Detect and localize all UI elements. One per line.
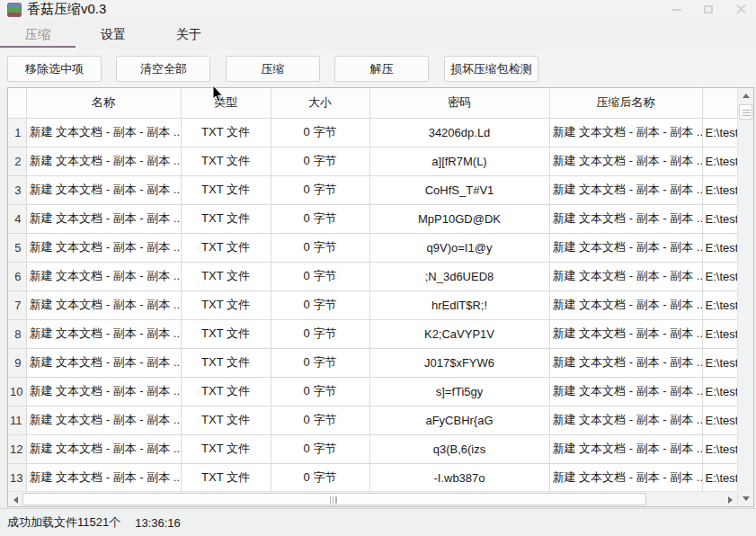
cell-output-name: 新建 文本文档 - 副本 - 副本 ... [549,233,702,262]
cell-size: 0 字节 [271,147,369,175]
scroll-left-button[interactable] [8,492,22,507]
tab-about[interactable]: 关于 [151,20,227,49]
cell-output-name: 新建 文本文档 - 副本 - 副本 ... [549,204,702,233]
table-row[interactable]: 13 新建 文本文档 - 副本 - 副本 ... TXT 文件 0 字节 -I.… [8,463,737,491]
cell-path: E:\test [702,118,737,147]
table-grid-area: 名称 类型 大小 密码 压缩后名称 1 新建 文本文档 - 副本 - 副本 ..… [8,88,737,491]
table-row[interactable]: 5 新建 文本文档 - 副本 - 副本 ... TXT 文件 0 字节 q9V)… [8,233,737,262]
cell-path: E:\test [702,147,737,175]
header-path[interactable] [702,88,737,118]
cell-size: 0 字节 [271,262,369,290]
row-number: 10 [8,377,26,406]
cell-password: aFyCBHr{aG [369,406,549,434]
cell-name: 新建 文本文档 - 副本 - 副本 ... [26,290,181,319]
row-number: 11 [8,406,26,434]
vertical-scrollbar-thumb[interactable] [739,104,752,120]
cell-name: 新建 文本文档 - 副本 - 副本 ... [26,118,181,147]
arrow-up-icon [743,94,750,98]
status-time: 13:36:16 [135,516,181,530]
cell-type: TXT 文件 [181,319,271,348]
cell-name: 新建 文本文档 - 副本 - 副本 ... [26,406,181,434]
cell-password: a][fR7M(L) [369,147,549,175]
corrupt-archive-check-button[interactable]: 损坏压缩包检测 [444,56,538,82]
decompress-button[interactable]: 解压 [334,56,429,82]
cell-output-name: 新建 文本文档 - 副本 - 副本 ... [549,319,702,348]
cell-type: TXT 文件 [181,406,271,434]
clear-all-button[interactable]: 清空全部 [116,56,210,82]
cell-size: 0 字节 [271,348,369,377]
table-row[interactable]: 2 新建 文本文档 - 副本 - 副本 ... TXT 文件 0 字节 a][f… [8,147,737,175]
cell-path: E:\test [702,290,737,319]
header-output-name[interactable]: 压缩后名称 [549,88,702,118]
cell-name: 新建 文本文档 - 副本 - 副本 ... [26,463,181,491]
cell-path: E:\test [702,233,737,262]
minimize-button[interactable] [666,2,686,17]
vertical-scrollbar[interactable] [737,88,753,506]
remove-selected-button[interactable]: 移除选中项 [7,56,102,82]
cell-name: 新建 文本文档 - 副本 - 副本 ... [26,233,181,262]
table-row[interactable]: 11 新建 文本文档 - 副本 - 副本 ... TXT 文件 0 字节 aFy… [8,406,737,434]
app-icon [7,3,22,17]
cell-size: 0 字节 [271,434,369,463]
row-number: 7 [8,290,26,319]
file-table: 名称 类型 大小 密码 压缩后名称 1 新建 文本文档 - 副本 - 副本 ..… [7,87,754,507]
thumb-grip-icon [743,110,751,116]
cell-type: TXT 文件 [181,147,271,175]
table-row[interactable]: 1 新建 文本文档 - 副本 - 副本 ... TXT 文件 0 字节 3420… [8,118,737,147]
cell-password: q3(B,6(izs [369,434,549,463]
cell-password: ;N_3d6UED8 [369,262,549,290]
table-row[interactable]: 3 新建 文本文档 - 副本 - 副本 ... TXT 文件 0 字节 CoHf… [8,175,737,204]
horizontal-scrollbar-thumb[interactable] [22,493,646,505]
maximize-icon [704,5,713,13]
scroll-up-button[interactable] [738,88,754,103]
table-row[interactable]: 4 新建 文本文档 - 副本 - 副本 ... TXT 文件 0 字节 MpP1… [8,204,737,233]
header-password[interactable]: 密码 [369,88,549,118]
scroll-down-button[interactable] [738,491,754,506]
maximize-button[interactable] [698,2,718,17]
cell-size: 0 字节 [271,204,369,233]
cell-type: TXT 文件 [181,262,271,290]
cell-password: MpP10GD@DK [369,204,549,233]
row-number: 2 [8,147,26,175]
compress-button[interactable]: 压缩 [226,56,320,82]
cell-output-name: 新建 文本文档 - 副本 - 副本 ... [549,406,702,434]
cell-path: E:\test [702,262,737,290]
cell-name: 新建 文本文档 - 副本 - 副本 ... [26,204,181,233]
tab-bar: 压缩 设置 关于 [0,20,756,49]
cell-password: K2;CaVYP1V [369,319,549,348]
horizontal-scrollbar[interactable] [8,491,737,506]
table-row[interactable]: 9 新建 文本文档 - 副本 - 副本 ... TXT 文件 0 字节 J017… [8,348,737,377]
status-bar: 成功加载文件11521个 13:36:16 [0,508,756,536]
table-row[interactable]: 10 新建 文本文档 - 副本 - 副本 ... TXT 文件 0 字节 s]=… [8,377,737,406]
app-window: { "window": { "title": "香菇压缩v0.3" }, "ta… [0,0,756,536]
close-button[interactable] [731,2,751,17]
cell-password: q9V)o=I1@y [369,233,549,262]
cell-path: E:\test [702,463,737,491]
row-number: 4 [8,204,26,233]
scroll-right-button[interactable] [723,492,737,507]
row-number: 5 [8,233,26,262]
header-size[interactable]: 大小 [271,88,369,118]
header-type[interactable]: 类型 [181,88,271,118]
header-name[interactable]: 名称 [26,88,181,118]
tab-compress[interactable]: 压缩 [0,20,76,49]
table-row[interactable]: 7 新建 文本文档 - 副本 - 副本 ... TXT 文件 0 字节 hrEd… [8,290,737,319]
cell-type: TXT 文件 [181,377,271,406]
cell-type: TXT 文件 [181,233,271,262]
cell-type: TXT 文件 [181,118,271,147]
cell-size: 0 字节 [271,290,369,319]
row-number: 8 [8,319,26,348]
cell-path: E:\test [702,175,737,204]
cell-output-name: 新建 文本文档 - 副本 - 副本 ... [549,290,702,319]
table-row[interactable]: 6 新建 文本文档 - 副本 - 副本 ... TXT 文件 0 字节 ;N_3… [8,262,737,290]
cell-path: E:\test [702,348,737,377]
cell-type: TXT 文件 [181,348,271,377]
cell-type: TXT 文件 [181,175,271,204]
arrow-down-icon [743,496,750,501]
table-row[interactable]: 8 新建 文本文档 - 副本 - 副本 ... TXT 文件 0 字节 K2;C… [8,319,737,348]
table-row[interactable]: 12 新建 文本文档 - 副本 - 副本 ... TXT 文件 0 字节 q3(… [8,434,737,463]
row-number: 12 [8,434,26,463]
cell-output-name: 新建 文本文档 - 副本 - 副本 ... [549,348,702,377]
tab-settings[interactable]: 设置 [76,20,151,49]
cell-output-name: 新建 文本文档 - 副本 - 副本 ... [549,434,702,463]
